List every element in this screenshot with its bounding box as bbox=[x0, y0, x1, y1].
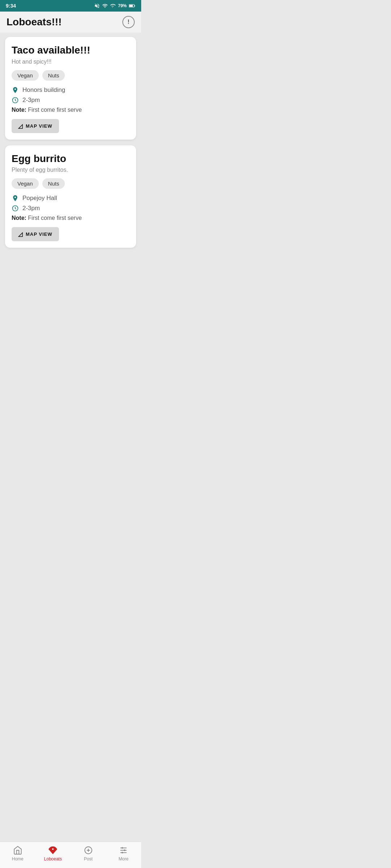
battery-icon bbox=[129, 4, 135, 8]
map-icon-burrito: ◿ bbox=[18, 231, 23, 238]
map-icon-taco: ◿ bbox=[18, 123, 23, 129]
location-row-burrito: Popejoy Hall bbox=[12, 195, 130, 202]
location-text-burrito: Popejoy Hall bbox=[22, 195, 57, 202]
tag-nuts-taco: Nuts bbox=[42, 70, 65, 81]
location-icon-burrito bbox=[12, 195, 19, 202]
status-icons: 79% bbox=[94, 3, 135, 9]
map-btn-label-taco: MAP VIEW bbox=[26, 123, 52, 129]
status-time: 9:34 bbox=[6, 3, 16, 9]
card-tags-taco: Vegan Nuts bbox=[12, 70, 130, 81]
mute-icon bbox=[94, 3, 100, 9]
tag-nuts-burrito: Nuts bbox=[42, 178, 65, 189]
content-area: Taco available!!! Hot and spicy!!! Vegan… bbox=[0, 33, 141, 252]
location-row-taco: Honors building bbox=[12, 86, 130, 94]
signal-icon bbox=[110, 3, 116, 9]
info-button[interactable]: ! bbox=[122, 16, 135, 28]
location-icon-taco bbox=[12, 86, 19, 94]
map-view-button-taco[interactable]: ◿ MAP VIEW bbox=[12, 119, 59, 133]
card-title-taco: Taco available!!! bbox=[12, 44, 130, 56]
wifi-icon bbox=[102, 3, 108, 9]
note-label-burrito: Note: bbox=[12, 215, 26, 221]
card-tags-burrito: Vegan Nuts bbox=[12, 178, 130, 189]
battery-text: 79% bbox=[118, 3, 127, 8]
note-label-taco: Note: bbox=[12, 107, 26, 113]
card-title-burrito: Egg burrito bbox=[12, 153, 130, 165]
svg-rect-2 bbox=[129, 5, 133, 7]
food-card-burrito: Egg burrito Plenty of egg burritos. Vega… bbox=[5, 145, 136, 248]
map-btn-label-burrito: MAP VIEW bbox=[26, 231, 52, 237]
time-text-burrito: 2-3pm bbox=[22, 205, 40, 212]
clock-icon-taco bbox=[12, 97, 19, 104]
note-text-burrito: First come first serve bbox=[28, 215, 81, 221]
location-text-taco: Honors building bbox=[22, 86, 65, 94]
food-card-taco: Taco available!!! Hot and spicy!!! Vegan… bbox=[5, 37, 136, 140]
tag-vegan-burrito: Vegan bbox=[12, 178, 39, 189]
note-row-taco: Note: First come first serve bbox=[12, 107, 130, 113]
clock-icon-burrito bbox=[12, 205, 19, 212]
svg-rect-1 bbox=[134, 5, 135, 7]
app-header: Loboeats!!! ! bbox=[0, 12, 141, 33]
time-row-taco: 2-3pm bbox=[12, 97, 130, 104]
status-bar: 9:34 79% bbox=[0, 0, 141, 12]
time-text-taco: 2-3pm bbox=[22, 97, 40, 104]
tag-vegan-taco: Vegan bbox=[12, 70, 39, 81]
app-title: Loboeats!!! bbox=[7, 16, 62, 28]
map-view-button-burrito[interactable]: ◿ MAP VIEW bbox=[12, 227, 59, 241]
note-row-burrito: Note: First come first serve bbox=[12, 215, 130, 221]
note-text-taco: First come first serve bbox=[28, 107, 81, 113]
card-subtitle-burrito: Plenty of egg burritos. bbox=[12, 167, 130, 173]
time-row-burrito: 2-3pm bbox=[12, 205, 130, 212]
card-subtitle-taco: Hot and spicy!!! bbox=[12, 59, 130, 65]
